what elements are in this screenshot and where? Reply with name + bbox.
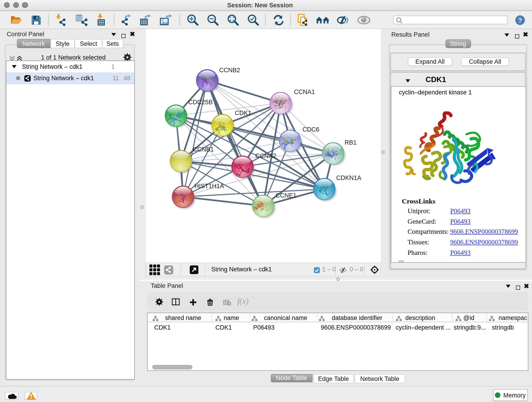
svg-text:CCNA1: CCNA1 xyxy=(294,88,315,95)
svg-text:CDC6: CDC6 xyxy=(302,126,319,133)
svg-text:CDC25B: CDC25B xyxy=(188,99,213,105)
svg-text:?: ? xyxy=(518,17,522,24)
svg-text:HIST1H1A: HIST1H1A xyxy=(194,182,224,189)
svg-text:CDK1: CDK1 xyxy=(234,109,251,116)
svg-text:CCNA2: CCNA2 xyxy=(255,152,276,159)
svg-text:CCNE1: CCNE1 xyxy=(275,192,297,199)
svg-text:CDKN1A: CDKN1A xyxy=(336,174,361,181)
svg-text:CCNB2: CCNB2 xyxy=(219,66,240,73)
svg-text:CCNB1: CCNB1 xyxy=(193,146,214,153)
svg-text:RB1: RB1 xyxy=(344,139,356,146)
